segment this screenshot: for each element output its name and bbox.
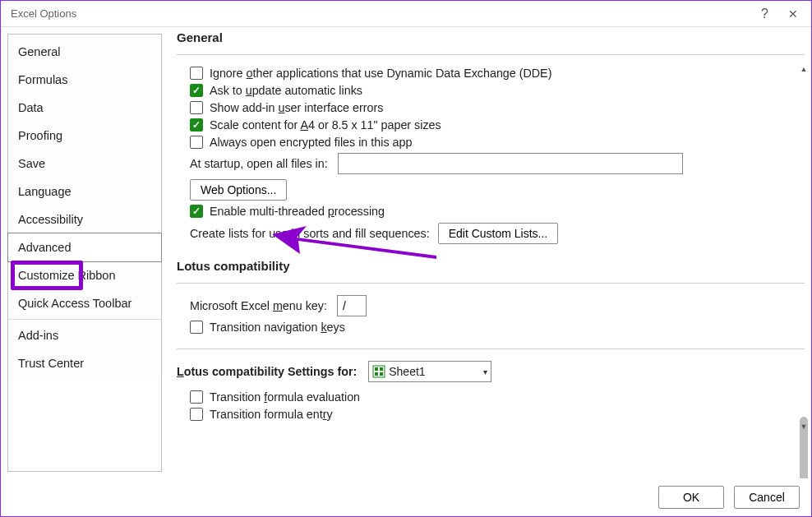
label-always-encrypted: Always open encrypted files in this app <box>210 136 412 149</box>
label-menu-key: Microsoft Excel menu key: <box>190 299 327 312</box>
svg-rect-3 <box>375 372 378 376</box>
ok-button[interactable]: OK <box>658 486 724 509</box>
input-menu-key[interactable] <box>337 295 367 316</box>
option-ignore-dde: Ignore other applications that use Dynam… <box>190 67 805 80</box>
edit-custom-lists-button[interactable]: Edit Custom Lists... <box>438 223 559 244</box>
checkbox-nav-keys[interactable] <box>190 321 203 334</box>
sidebar-item-proofing[interactable]: Proofing <box>8 122 161 150</box>
section-title-general: General <box>177 30 805 44</box>
window-title: Excel Options <box>6 7 76 20</box>
dialog-body: General Formulas Data Proofing Save Lang… <box>1 27 811 478</box>
sidebar-item-accessibility[interactable]: Accessibility <box>8 205 161 233</box>
scroll-down-icon[interactable]: ▼ <box>798 421 810 432</box>
label-startup-path: At startup, open all files in: <box>190 157 328 170</box>
row-lotus-settings-for: Lotus compatibility Settings for: Sheet1… <box>177 361 805 382</box>
label-show-addin: Show add-in user interface errors <box>210 101 383 114</box>
checkbox-ask-update[interactable] <box>190 84 203 97</box>
option-formula-entry: Transition formula entry <box>190 408 805 421</box>
chevron-down-icon: ▾ <box>483 367 487 376</box>
main-content: General Ignore other applications that u… <box>162 27 811 478</box>
sidebar-item-formulas[interactable]: Formulas <box>8 66 161 94</box>
sidebar-nav: General Formulas Data Proofing Save Lang… <box>7 34 162 472</box>
label-multi-thread: Enable multi-threaded processing <box>210 205 385 218</box>
label-lotus-settings-for: Lotus compatibility Settings for: <box>177 365 357 378</box>
section-separator <box>177 54 805 55</box>
sheet-icon <box>372 365 385 378</box>
section-separator-2 <box>177 283 805 284</box>
label-ask-update: Ask to update automatic links <box>210 84 362 97</box>
sidebar-item-advanced[interactable]: Advanced <box>7 233 162 262</box>
option-nav-keys: Transition navigation keys <box>190 321 805 334</box>
section-title-lotus: Lotus compatibility <box>177 259 805 273</box>
sidebar-item-customize-ribbon[interactable]: Customize Ribbon <box>8 261 161 289</box>
titlebar: Excel Options ? ✕ <box>1 1 811 27</box>
option-always-encrypted: Always open encrypted files in this app <box>190 136 805 149</box>
checkbox-show-addin[interactable] <box>190 101 203 114</box>
section-separator-3 <box>177 349 805 349</box>
dropdown-sheet-value: Sheet1 <box>389 365 425 378</box>
option-scale-a4: Scale content for A4 or 8.5 x 11" paper … <box>190 118 805 132</box>
option-multi-thread: Enable multi-threaded processing <box>190 205 805 218</box>
dropdown-sheet-selector[interactable]: Sheet1 ▾ <box>368 361 491 382</box>
option-show-addin: Show add-in user interface errors <box>190 101 805 114</box>
checkbox-formula-entry[interactable] <box>190 408 203 421</box>
cancel-button[interactable]: Cancel <box>734 486 800 509</box>
option-startup-path: At startup, open all files in: <box>190 153 805 174</box>
dialog-footer: OK Cancel <box>1 478 811 516</box>
sidebar-item-quick-access[interactable]: Quick Access Toolbar <box>8 289 161 317</box>
vertical-scrollbar[interactable]: ▲ ▼ <box>798 63 810 432</box>
sidebar-item-trust-center[interactable]: Trust Center <box>8 349 161 377</box>
sidebar-separator <box>8 319 161 320</box>
option-formula-eval: Transition formula evaluation <box>190 390 805 404</box>
input-startup-path[interactable] <box>338 153 683 174</box>
checkbox-formula-eval[interactable] <box>190 390 203 404</box>
label-nav-keys: Transition navigation keys <box>210 321 345 334</box>
scroll-up-icon[interactable]: ▲ <box>798 63 810 75</box>
sidebar-item-add-ins[interactable]: Add-ins <box>8 321 161 349</box>
svg-rect-1 <box>375 367 378 371</box>
checkbox-multi-thread[interactable] <box>190 205 203 218</box>
label-formula-entry: Transition formula entry <box>210 408 333 421</box>
option-ask-update: Ask to update automatic links <box>190 84 805 97</box>
row-create-lists: Create lists for use in sorts and fill s… <box>190 223 805 244</box>
label-formula-eval: Transition formula evaluation <box>210 390 360 404</box>
sidebar-item-data[interactable]: Data <box>8 94 161 122</box>
sidebar-item-language[interactable]: Language <box>8 178 161 205</box>
checkbox-ignore-dde[interactable] <box>190 67 203 80</box>
label-ignore-dde: Ignore other applications that use Dynam… <box>210 67 551 80</box>
checkbox-scale-a4[interactable] <box>190 118 203 132</box>
sidebar-item-save[interactable]: Save <box>8 150 161 178</box>
window-controls: ? ✕ <box>761 6 806 22</box>
label-create-lists: Create lists for use in sorts and fill s… <box>190 227 430 240</box>
web-options-button[interactable]: Web Options... <box>190 179 287 201</box>
label-scale-a4: Scale content for A4 or 8.5 x 11" paper … <box>210 118 441 132</box>
sidebar-item-general[interactable]: General <box>8 38 161 66</box>
excel-options-dialog: Excel Options ? ✕ General Formulas Data … <box>0 0 812 517</box>
close-icon[interactable]: ✕ <box>783 6 803 22</box>
row-web-options: Web Options... <box>190 179 805 201</box>
checkbox-always-encrypted[interactable] <box>190 136 203 149</box>
help-icon[interactable]: ? <box>761 7 768 21</box>
svg-rect-2 <box>380 367 383 371</box>
row-menu-key: Microsoft Excel menu key: <box>190 295 805 316</box>
svg-rect-4 <box>380 372 383 376</box>
